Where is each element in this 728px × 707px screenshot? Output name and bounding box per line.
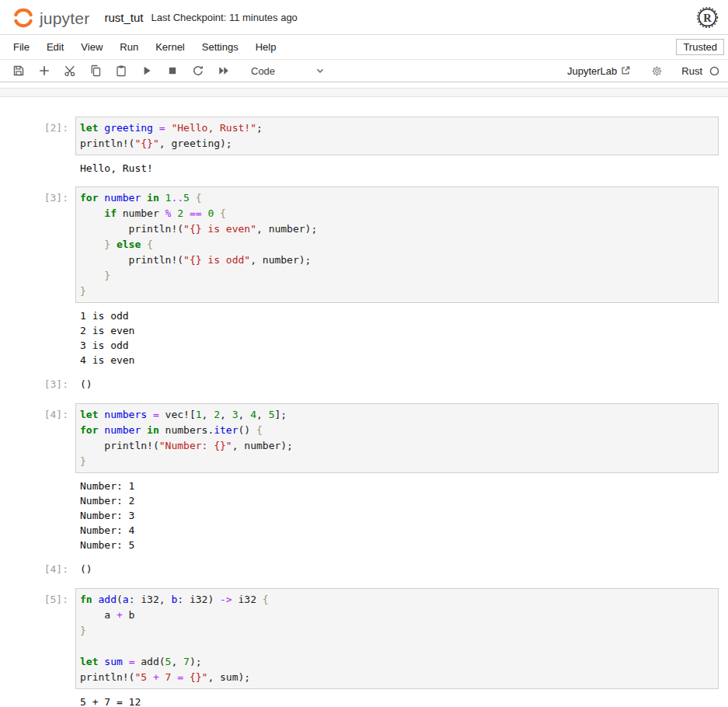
output-prompt bbox=[0, 473, 75, 479]
cell-output: Hello, Rust! bbox=[75, 155, 719, 176]
cell-type-value: Code bbox=[251, 65, 275, 77]
code-line[interactable]: for number in numbers.iter() { bbox=[80, 423, 714, 438]
output-prompt: [4]: bbox=[0, 556, 75, 577]
cell-type-dropdown[interactable]: Code bbox=[251, 65, 326, 77]
output-prompt bbox=[0, 689, 75, 695]
restart-kernel-button[interactable] bbox=[187, 61, 208, 80]
cut-cells-button[interactable] bbox=[59, 61, 80, 80]
menu-file[interactable]: File bbox=[5, 37, 38, 57]
output-line: 4 is even bbox=[80, 353, 715, 367]
code-cell: [2]:let greeting = "Hello, Rust!";printl… bbox=[0, 117, 719, 176]
kernel-idle-circle-icon bbox=[709, 65, 720, 77]
cell-output-area: Hello, Rust! bbox=[0, 155, 719, 176]
code-cell: [5]:fn add(a: i32, b: i32) -> i32 { a + … bbox=[0, 588, 719, 707]
restart-icon bbox=[192, 64, 204, 77]
save-icon bbox=[12, 64, 25, 77]
output-line: Number: 4 bbox=[80, 523, 715, 538]
menu-help[interactable]: Help bbox=[247, 37, 285, 57]
toolbar: Code JupyterLab Rust bbox=[0, 60, 728, 82]
code-line[interactable] bbox=[80, 639, 714, 654]
jupyter-logo-text: jupyter bbox=[40, 9, 89, 29]
cell-output-area: [4]:() bbox=[0, 556, 719, 577]
cell-output: () bbox=[75, 371, 719, 392]
code-line[interactable]: if number % 2 == 0 { bbox=[80, 206, 714, 221]
menu-edit[interactable]: Edit bbox=[38, 37, 72, 57]
notebook-header: jupyter rust_tut Last Checkpoint: 11 min… bbox=[0, 0, 728, 35]
code-editor[interactable]: for number in 1..5 { if number % 2 == 0 … bbox=[75, 186, 719, 303]
code-line[interactable]: println!("{}", greeting); bbox=[80, 136, 714, 152]
cell-output: Number: 1Number: 2Number: 3Number: 4Numb… bbox=[75, 473, 719, 552]
fast-forward-icon bbox=[218, 64, 230, 77]
save-button[interactable] bbox=[8, 61, 29, 80]
add-cell-button[interactable] bbox=[33, 61, 54, 80]
code-line[interactable]: a + b bbox=[80, 608, 714, 623]
restart-run-all-button[interactable] bbox=[213, 61, 234, 80]
chevron-down-icon bbox=[315, 65, 326, 76]
jupyterlab-label: JupyterLab bbox=[567, 65, 617, 77]
output-line: Number: 2 bbox=[80, 493, 715, 508]
code-line[interactable]: println!("{} is odd", number); bbox=[80, 252, 714, 268]
cell-output-area: 5 + 7 = 12 bbox=[0, 689, 719, 707]
menu-kernel[interactable]: Kernel bbox=[147, 37, 193, 57]
gear-icon bbox=[651, 65, 663, 77]
output-line: Number: 3 bbox=[80, 508, 715, 523]
cell-output: () bbox=[75, 556, 719, 576]
code-line[interactable]: println!("5 + 7 = {}", sum); bbox=[80, 670, 714, 685]
code-line[interactable]: } else { bbox=[80, 237, 714, 252]
execution-count: [3]: bbox=[0, 186, 75, 206]
menu-settings[interactable]: Settings bbox=[193, 37, 247, 57]
rust-kernel-logo: R bbox=[696, 6, 719, 29]
copy-cells-button[interactable] bbox=[85, 61, 106, 80]
plus-icon bbox=[38, 64, 51, 77]
jupyter-logo[interactable]: jupyter bbox=[11, 6, 89, 29]
notebook-title[interactable]: rust_tut bbox=[104, 11, 143, 24]
code-line[interactable]: for number in 1..5 { bbox=[80, 190, 714, 206]
code-line[interactable]: let numbers = vec![1, 2, 3, 4, 5]; bbox=[80, 407, 714, 423]
code-line[interactable]: println!("Number: {}", number); bbox=[80, 438, 714, 454]
menu-bar: File Edit View Run Kernel Settings Help … bbox=[0, 35, 728, 60]
output-line: 2 is even bbox=[80, 323, 715, 338]
run-cell-button[interactable] bbox=[136, 61, 157, 80]
code-line[interactable]: fn add(a: i32, b: i32) -> i32 { bbox=[80, 592, 714, 608]
code-line[interactable]: } bbox=[80, 454, 714, 469]
cell-output-area: Number: 1Number: 2Number: 3Number: 4Numb… bbox=[0, 473, 719, 552]
open-in-jupyterlab-link[interactable]: JupyterLab bbox=[567, 65, 631, 77]
notebook: [2]:let greeting = "Hello, Rust!";printl… bbox=[0, 97, 728, 707]
output-line: 5 + 7 = 12 bbox=[80, 695, 715, 707]
code-line[interactable]: println!("{} is even", number); bbox=[80, 221, 714, 237]
settings-gear-button[interactable] bbox=[651, 65, 663, 77]
code-line[interactable]: } bbox=[80, 268, 714, 284]
trusted-button[interactable]: Trusted bbox=[676, 39, 724, 55]
output-line: () bbox=[80, 562, 715, 576]
kernel-name-label[interactable]: Rust bbox=[681, 65, 702, 77]
output-line: 3 is odd bbox=[80, 338, 715, 353]
paste-icon bbox=[115, 64, 127, 77]
cell-output: 5 + 7 = 12 bbox=[75, 689, 719, 707]
code-line[interactable]: let greeting = "Hello, Rust!"; bbox=[80, 120, 714, 136]
code-line[interactable]: } bbox=[80, 284, 714, 299]
code-editor[interactable]: let greeting = "Hello, Rust!";println!("… bbox=[75, 117, 719, 155]
code-editor[interactable]: let numbers = vec![1, 2, 3, 4, 5];for nu… bbox=[75, 403, 719, 473]
output-line: Number: 1 bbox=[80, 479, 715, 493]
code-line[interactable]: let sum = add(5, 7); bbox=[80, 654, 714, 670]
rust-logo-icon: R bbox=[696, 6, 719, 29]
cell-output-area: [3]:() bbox=[0, 371, 719, 392]
interrupt-kernel-button[interactable] bbox=[162, 61, 183, 80]
output-prompt: [3]: bbox=[0, 371, 75, 392]
code-editor[interactable]: fn add(a: i32, b: i32) -> i32 { a + b} l… bbox=[75, 588, 719, 689]
cell-output: 1 is odd2 is even3 is odd4 is even bbox=[75, 303, 719, 367]
stop-icon bbox=[166, 64, 179, 77]
cell-output-area: 1 is odd2 is even3 is odd4 is even bbox=[0, 303, 719, 367]
code-line[interactable]: } bbox=[80, 623, 714, 639]
output-line: Number: 5 bbox=[80, 538, 715, 552]
notebook-top-strip bbox=[0, 88, 728, 97]
external-link-icon bbox=[620, 65, 631, 76]
jupyter-logo-icon bbox=[11, 6, 36, 29]
execution-count: [5]: bbox=[0, 588, 75, 608]
output-prompt bbox=[0, 155, 75, 161]
menu-run[interactable]: Run bbox=[111, 37, 147, 57]
output-line: Hello, Rust! bbox=[80, 161, 715, 176]
run-icon bbox=[141, 64, 153, 77]
paste-cells-button[interactable] bbox=[110, 61, 131, 80]
menu-view[interactable]: View bbox=[72, 37, 111, 57]
